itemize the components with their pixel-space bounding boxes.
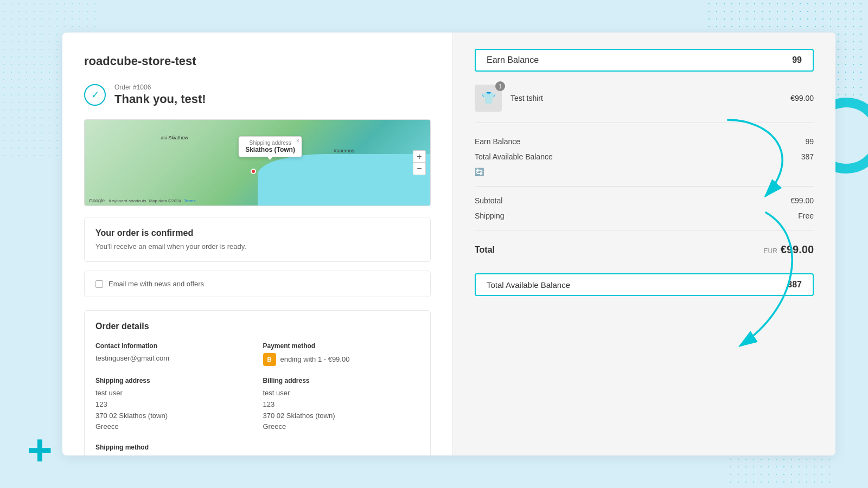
product-price: €99.00	[790, 94, 814, 102]
main-card: roadcube-store-test ✓ Order #1006 Thank …	[62, 33, 835, 455]
total-available-balance-box: Total Available Balance 387	[475, 273, 814, 296]
map-zoom-controls: + −	[413, 150, 426, 175]
contact-info-group: Contact information testinguser@gmail.co…	[95, 342, 252, 366]
billing-address-group: Billing address test user123370 02 Skiat…	[263, 377, 420, 433]
total-amount: €99.00	[781, 243, 814, 256]
map-label-1: asi Skiathow	[161, 135, 188, 140]
product-name: Test tshirt	[510, 94, 782, 102]
confirmed-section: Your order is confirmed You'll receive a…	[84, 217, 431, 262]
map-terms: Terms	[184, 198, 196, 203]
total-available-balance-row: Total Available Balance 387	[475, 149, 814, 164]
shipping-method-value: Standard	[95, 454, 252, 455]
map-keyboard-shortcuts: Keyboard shortcuts	[109, 198, 146, 203]
earn-balance-value: 99	[792, 55, 802, 65]
teal-plus-large: +	[27, 428, 53, 472]
subtotal-value: €99.00	[790, 196, 814, 205]
shipping-address-label: Shipping address	[95, 377, 252, 384]
payment-method-row: B ending with 1 - €99.00	[263, 353, 420, 366]
shipping-method-label: Shipping method	[95, 444, 252, 451]
map-popup-location: Skiathos (Town)	[245, 146, 295, 153]
product-image-wrap: 👕 1	[475, 85, 502, 112]
total-balance-box-label: Total Available Balance	[487, 280, 570, 290]
email-checkbox-row[interactable]: Email me with news and offers	[84, 271, 431, 297]
confirmed-title: Your order is confirmed	[95, 228, 419, 238]
order-details-section: Order details Contact information testin…	[84, 310, 431, 455]
thank-you-text: Thank you, test!	[114, 92, 206, 106]
order-number: Order #1006	[114, 84, 206, 91]
shipping-label: Shipping	[475, 211, 505, 220]
email-checkbox[interactable]	[95, 280, 103, 288]
check-circle-icon: ✓	[84, 84, 106, 106]
total-label: Total	[475, 245, 495, 255]
contact-email: testinguser@gmail.com	[95, 353, 252, 364]
shipping-address-group: Shipping address test user123370 02 Skia…	[95, 377, 252, 433]
right-panel: Earn Balance 99 👕 1 Test tshirt €99.00 E…	[453, 33, 835, 455]
map-popup: × Shipping address Skiathos (Town)	[238, 136, 302, 157]
shipping-address-lines: test user123370 02 Skiathos (town)Greece	[95, 388, 252, 433]
order-header: ✓ Order #1006 Thank you, test!	[84, 84, 431, 106]
payment-badge: B	[263, 353, 276, 366]
divider-1	[475, 186, 814, 187]
map-close-icon[interactable]: ×	[296, 138, 299, 144]
total-currency: EUR	[763, 247, 777, 255]
store-title: roadcube-store-test	[84, 54, 431, 68]
map-data-label: Map data ©2024	[149, 198, 181, 203]
earn-balance-label: Earn Balance	[487, 55, 539, 65]
shipping-method-group: Shipping method Standard	[95, 444, 252, 455]
confirmed-text: You'll receive an email when your order …	[95, 242, 419, 251]
details-grid: Contact information testinguser@gmail.co…	[95, 342, 419, 455]
refresh-row: 🔄	[475, 164, 814, 179]
left-panel: roadcube-store-test ✓ Order #1006 Thank …	[62, 33, 453, 455]
payment-text: ending with 1 - €99.00	[280, 354, 350, 365]
shipping-value: Free	[798, 211, 814, 220]
subtotal-label: Subtotal	[475, 196, 502, 205]
divider-2	[475, 230, 814, 230]
map-zoom-in-button[interactable]: +	[413, 151, 425, 163]
total-value-wrap: EUR €99.00	[763, 243, 814, 256]
shipping-row: Shipping Free	[475, 208, 814, 223]
order-info: Order #1006 Thank you, test!	[114, 84, 206, 106]
map-popup-title: Shipping address	[245, 140, 295, 146]
contact-info-label: Contact information	[95, 342, 252, 350]
earn-balance-summary-label: Earn Balance	[475, 137, 520, 146]
billing-address-lines: test user123370 02 Skiathos (town)Greece	[263, 388, 420, 433]
subtotal-row: Subtotal €99.00	[475, 193, 814, 208]
earn-balance-summary-row: Earn Balance 99	[475, 134, 814, 149]
total-available-balance-value: 387	[801, 152, 814, 161]
earn-balance-box: Earn Balance 99	[475, 49, 814, 72]
total-row: Total EUR €99.00	[475, 237, 814, 262]
google-logo: Google	[89, 198, 105, 203]
product-quantity-badge: 1	[495, 81, 505, 91]
map-watermark: Google Keyboard shortcuts Map data ©2024…	[89, 198, 196, 203]
earn-balance-summary-value: 99	[805, 137, 814, 146]
order-details-title: Order details	[95, 322, 419, 331]
map-label-2: Xanemos	[334, 148, 354, 153]
billing-address-label: Billing address	[263, 377, 420, 384]
map-water	[258, 154, 431, 206]
total-balance-box-value: 387	[787, 280, 802, 290]
total-available-balance-label: Total Available Balance	[475, 152, 553, 161]
map-pin	[251, 169, 256, 174]
refresh-icon[interactable]: 🔄	[475, 168, 484, 176]
payment-method-group: Payment method B ending with 1 - €99.00	[263, 342, 420, 366]
payment-method-label: Payment method	[263, 342, 420, 350]
map-container: asi Skiathow Xanemos × Shipping address …	[84, 119, 431, 206]
email-checkbox-label: Email me with news and offers	[108, 280, 204, 288]
product-row: 👕 1 Test tshirt €99.00	[475, 85, 814, 123]
map-zoom-out-button[interactable]: −	[413, 163, 425, 175]
